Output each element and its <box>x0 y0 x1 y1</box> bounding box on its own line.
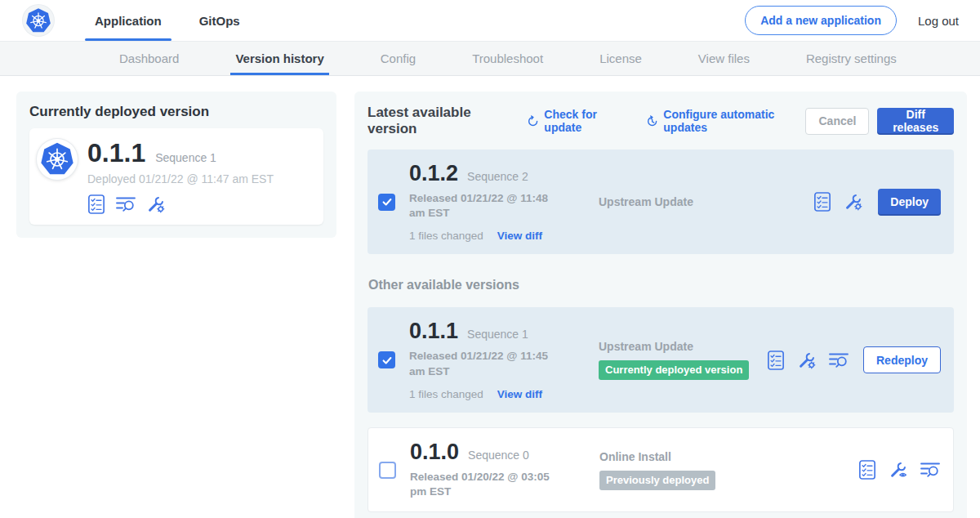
version-checkbox[interactable] <box>379 462 396 479</box>
tab-dashboard[interactable]: Dashboard <box>114 42 184 75</box>
files-changed-label: 1 files changed <box>409 230 483 242</box>
view-diff-link[interactable]: View diff <box>497 388 542 400</box>
deployed-version-number: 0.1.1 <box>87 139 145 167</box>
clock-refresh-icon <box>646 114 658 128</box>
check-for-update-label: Check for update <box>544 108 628 134</box>
tab-license[interactable]: License <box>595 42 647 75</box>
preflight-checks-icon[interactable] <box>813 192 831 212</box>
version-history-header: Latest available version Check for updat… <box>368 105 954 137</box>
check-for-update-link[interactable]: Check for update <box>527 108 628 134</box>
edit-config-icon[interactable] <box>797 351 817 370</box>
version-number: 0.1.2 <box>409 162 458 185</box>
source-label: Upstream Update <box>599 195 813 208</box>
diff-releases-button[interactable]: Diff releases <box>877 108 954 135</box>
other-available-versions-heading: Other available versions <box>368 278 954 292</box>
version-row-0-1-0: 0.1.0 Sequence 0 Released 01/20/22 @ 03:… <box>368 427 954 512</box>
tab-view-files[interactable]: View files <box>693 42 755 75</box>
version-row-0-1-1: 0.1.1 Sequence 1 Released 01/21/22 @ 11:… <box>368 307 954 412</box>
version-actions: Deploy <box>813 189 941 216</box>
deploy-logs-icon[interactable] <box>829 351 849 370</box>
refresh-icon <box>527 114 539 128</box>
sequence-label: Sequence 2 <box>467 170 528 183</box>
deployed-version-card: 0.1.1 Sequence 1 Deployed 01/21/22 @ 11:… <box>29 128 323 225</box>
files-changed-label: 1 files changed <box>409 388 483 400</box>
version-checkbox[interactable] <box>378 194 395 211</box>
version-actions <box>858 460 940 480</box>
preflight-checks-icon[interactable] <box>858 460 876 480</box>
redeploy-button[interactable]: Redeploy <box>863 346 941 373</box>
previously-deployed-badge: Previously deployed <box>599 471 715 490</box>
logout-button[interactable]: Log out <box>918 14 959 28</box>
version-number: 0.1.0 <box>410 440 459 464</box>
released-timestamp: Released 01/21/22 @ 11:48 am EST <box>409 191 566 221</box>
version-row-0-1-2: 0.1.2 Sequence 2 Released 01/21/22 @ 11:… <box>368 150 954 254</box>
add-new-application-button[interactable]: Add a new application <box>745 6 897 35</box>
tab-troubleshoot[interactable]: Troubleshoot <box>467 42 548 75</box>
version-source: Online Install Previously deployed <box>599 450 858 490</box>
version-number: 0.1.1 <box>409 319 458 343</box>
preflight-checks-icon[interactable] <box>767 351 785 370</box>
top-nav-tabs: Application GitOps <box>83 0 252 41</box>
top-nav: Application GitOps Add a new application… <box>0 0 980 41</box>
view-diff-link[interactable]: View diff <box>497 230 542 242</box>
deploy-logs-icon[interactable] <box>116 194 136 214</box>
sequence-label: Sequence 0 <box>468 449 529 462</box>
version-history-panel: Latest available version Check for updat… <box>354 92 967 518</box>
view-config-icon[interactable] <box>889 460 908 480</box>
deploy-button[interactable]: Deploy <box>878 189 941 216</box>
tab-application[interactable]: Application <box>83 0 173 41</box>
preflight-checks-icon[interactable] <box>87 194 105 214</box>
version-actions: Redeploy <box>767 346 941 373</box>
tab-version-history[interactable]: Version history <box>230 42 328 75</box>
version-info: 0.1.0 Sequence 0 Released 01/20/22 @ 03:… <box>410 440 599 499</box>
deployed-timestamp: Deployed 01/21/22 @ 11:47 am EST <box>87 172 274 185</box>
cancel-button[interactable]: Cancel <box>805 108 869 135</box>
deployed-version-details: 0.1.1 Sequence 1 Deployed 01/21/22 @ 11:… <box>87 139 274 214</box>
version-source: Upstream Update Currently deployed versi… <box>599 340 767 380</box>
currently-deployed-badge: Currently deployed version <box>599 360 749 380</box>
currently-deployed-title: Currently deployed version <box>29 104 323 120</box>
source-label: Upstream Update <box>599 340 767 353</box>
currently-deployed-panel: Currently deployed version 0.1.1 Sequenc… <box>16 92 336 238</box>
deploy-logs-icon[interactable] <box>920 460 940 480</box>
source-label: Online Install <box>599 450 858 463</box>
latest-available-title: Latest available version <box>368 105 509 137</box>
main-content: Currently deployed version 0.1.1 Sequenc… <box>0 76 980 518</box>
kubernetes-logo <box>23 5 54 36</box>
released-timestamp: Released 01/20/22 @ 03:05 pm EST <box>410 470 567 499</box>
released-timestamp: Released 01/21/22 @ 11:45 am EST <box>409 349 566 378</box>
tab-config[interactable]: Config <box>376 42 421 75</box>
configure-automatic-updates-link[interactable]: Configure automatic updates <box>646 108 805 134</box>
edit-config-icon[interactable] <box>844 192 863 212</box>
top-nav-right: Add a new application Log out <box>745 6 959 35</box>
version-checkbox[interactable] <box>378 351 395 368</box>
sequence-label: Sequence 1 <box>467 328 528 341</box>
version-source: Upstream Update <box>599 195 813 208</box>
version-info: 0.1.2 Sequence 2 Released 01/21/22 @ 11:… <box>409 162 599 242</box>
tab-gitops[interactable]: GitOps <box>188 0 252 41</box>
configure-automatic-updates-label: Configure automatic updates <box>663 108 805 134</box>
tab-registry-settings[interactable]: Registry settings <box>801 42 902 75</box>
version-info: 0.1.1 Sequence 1 Released 01/21/22 @ 11:… <box>409 319 599 400</box>
app-icon <box>37 139 78 180</box>
deployed-sequence-label: Sequence 1 <box>155 151 216 164</box>
app-sub-nav: Dashboard Version history Config Trouble… <box>0 41 980 76</box>
edit-config-icon[interactable] <box>146 194 166 214</box>
